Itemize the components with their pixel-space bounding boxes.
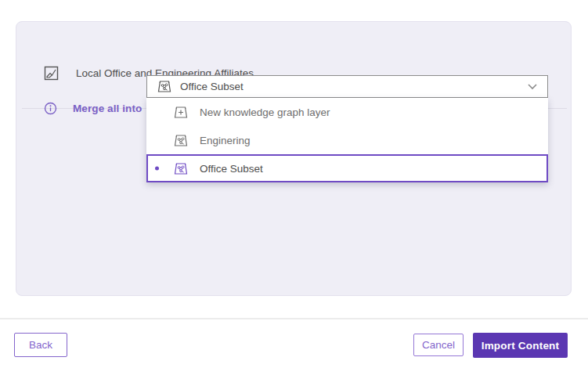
option-label: Enginering	[200, 135, 251, 146]
option-label: New knowledge graph layer	[200, 106, 330, 118]
import-dialog: Local Office and Engineering Affiliates …	[0, 0, 588, 368]
option-office-subset[interactable]: Office Subset	[146, 154, 548, 182]
chevron-down-icon	[527, 83, 538, 90]
knowledge-graph-icon	[173, 162, 189, 175]
selected-bullet	[155, 167, 159, 171]
knowledge-graph-icon	[157, 80, 172, 93]
knowledge-graph-icon	[173, 134, 189, 147]
selected-value: Office Subset	[180, 81, 519, 92]
footer-divider	[0, 318, 588, 319]
option-label: Office Subset	[200, 163, 263, 175]
cancel-button[interactable]: Cancel	[413, 334, 464, 356]
sketch-layer-icon	[44, 66, 59, 81]
option-new-knowledge-graph-layer[interactable]: New knowledge graph layer	[146, 98, 548, 126]
merge-all-into-label: Merge all into	[73, 103, 142, 114]
new-layer-icon	[173, 106, 189, 119]
back-button[interactable]: Back	[14, 333, 67, 357]
info-icon	[44, 102, 57, 115]
target-layer-dropdown-list: New knowledge graph layer Enginering	[146, 98, 548, 182]
option-enginering[interactable]: Enginering	[146, 126, 548, 154]
target-layer-select[interactable]: Office Subset	[146, 75, 548, 98]
import-content-button[interactable]: Import Content	[473, 333, 568, 358]
merge-row: Merge all into	[44, 97, 142, 120]
